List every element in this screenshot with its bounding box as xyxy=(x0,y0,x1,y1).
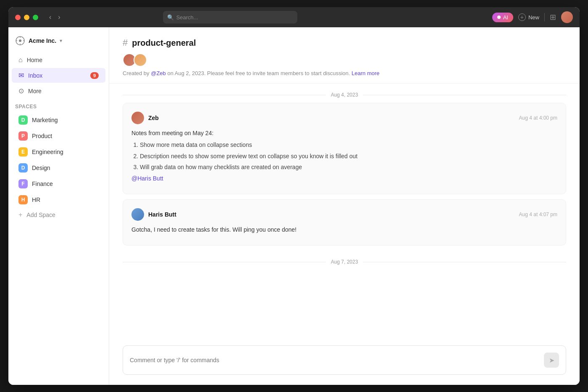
engineering-icon: E xyxy=(18,147,28,157)
zeb-message-body: Notes from meeting on May 24: Show more … xyxy=(131,128,557,183)
haris-name: Haris Butt xyxy=(148,211,176,218)
sidebar-item-home-label: Home xyxy=(27,57,42,63)
zeb-mention[interactable]: @Haris Butt xyxy=(131,175,163,182)
channel-header: # product-general Created by @Zeb on Aug… xyxy=(109,27,580,84)
ai-label: AI xyxy=(503,14,508,21)
minimize-button[interactable] xyxy=(24,15,29,20)
titlebar-right: AI + New ⊞ xyxy=(492,11,573,23)
date-line-right-2 xyxy=(363,262,566,262)
channel-name: product-general xyxy=(132,38,196,48)
sidebar-item-design[interactable]: D Design xyxy=(12,160,105,175)
date-line-left-2 xyxy=(123,262,326,262)
sidebar-item-engineering[interactable]: E Engineering xyxy=(12,144,105,159)
chevron-down-icon: ▾ xyxy=(60,38,62,44)
new-label: New xyxy=(528,14,539,21)
marketing-icon: D xyxy=(18,115,28,125)
channel-title: # product-general xyxy=(123,37,566,48)
message-header-haris: Haris Butt Aug 4 at 4:07 pm xyxy=(131,208,557,221)
window-controls xyxy=(15,15,38,20)
finance-icon: F xyxy=(18,179,28,188)
zeb-message-list: Show more meta data on collapse sections… xyxy=(131,140,557,172)
svg-point-1 xyxy=(19,39,21,42)
user-avatar[interactable] xyxy=(561,11,573,23)
date-divider-aug4: Aug 4, 2023 xyxy=(123,84,566,103)
haris-message-body: Gotcha, I need to create tasks for this.… xyxy=(131,225,557,234)
inbox-badge: 9 xyxy=(90,72,99,79)
search-input[interactable] xyxy=(176,14,293,21)
sidebar-item-inbox[interactable]: ✉ Inbox 9 xyxy=(12,68,105,83)
channel-desc-suffix: on Aug 2, 2023. Please feel free to invi… xyxy=(166,70,352,76)
sidebar-item-marketing[interactable]: D Marketing xyxy=(12,112,105,128)
sidebar-item-finance[interactable]: F Finance xyxy=(12,176,105,191)
channel-creator-link[interactable]: @Zeb xyxy=(151,70,166,76)
zeb-message-time: Aug 4 at 4:00 pm xyxy=(519,115,557,121)
content-area: # product-general Created by @Zeb on Aug… xyxy=(109,27,580,385)
search-bar[interactable]: 🔍 xyxy=(163,11,297,24)
channel-avatars xyxy=(123,53,566,67)
divider xyxy=(544,13,545,21)
sidebar-item-finance-label: Finance xyxy=(32,180,53,187)
back-arrow[interactable]: ‹ xyxy=(47,13,54,22)
design-icon: D xyxy=(18,163,28,172)
ai-button[interactable]: AI xyxy=(492,13,513,22)
app-window: ‹ › 🔍 AI + New ⊞ xyxy=(8,7,580,385)
message-author-zeb: Zeb xyxy=(131,112,159,124)
date-label-aug4: Aug 4, 2023 xyxy=(331,92,358,98)
close-button[interactable] xyxy=(15,15,21,20)
date-line-right xyxy=(363,95,566,95)
comment-box: ➤ xyxy=(123,345,566,375)
messages-area: Aug 4, 2023 Zeb Aug 4 at 4:00 pm Notes f… xyxy=(109,84,580,339)
zeb-avatar xyxy=(131,112,144,124)
date-label-aug7: Aug 7, 2023 xyxy=(331,259,358,265)
new-circle-icon: + xyxy=(518,13,526,21)
channel-description: Created by @Zeb on Aug 2, 2023. Please f… xyxy=(123,70,566,76)
zeb-message-intro: Notes from meeting on May 24: xyxy=(131,128,557,138)
zeb-name: Zeb xyxy=(148,115,159,121)
haris-message-text: Gotcha, I need to create tasks for this.… xyxy=(131,225,557,234)
sidebar-item-more-label: More xyxy=(28,88,42,94)
main-layout: Acme Inc. ▾ ⌂ Home ✉ Inbox 9 ⊙ More Spac… xyxy=(8,27,580,385)
sidebar-item-marketing-label: Marketing xyxy=(32,117,58,123)
search-icon: 🔍 xyxy=(167,14,174,21)
send-button[interactable]: ➤ xyxy=(544,353,559,368)
channel-member-avatar-2 xyxy=(134,53,147,67)
forward-arrow[interactable]: › xyxy=(55,13,63,22)
maximize-button[interactable] xyxy=(33,15,38,20)
sidebar-item-product-label: Product xyxy=(32,133,52,139)
sidebar-item-more[interactable]: ⊙ More xyxy=(12,84,105,98)
date-line-left xyxy=(123,95,326,95)
product-icon: P xyxy=(18,131,28,141)
send-icon: ➤ xyxy=(549,356,554,364)
more-icon: ⊙ xyxy=(18,87,24,95)
sidebar: Acme Inc. ▾ ⌂ Home ✉ Inbox 9 ⊙ More Spac… xyxy=(8,27,109,385)
titlebar: ‹ › 🔍 AI + New ⊞ xyxy=(8,7,580,27)
spaces-header: Spaces xyxy=(8,99,109,112)
nav-arrows: ‹ › xyxy=(47,13,63,22)
plus-icon: + xyxy=(18,211,22,219)
new-button[interactable]: + New xyxy=(518,13,539,21)
workspace-logo xyxy=(15,36,25,46)
sidebar-item-home[interactable]: ⌂ Home xyxy=(12,53,105,67)
workspace-header[interactable]: Acme Inc. ▾ xyxy=(8,34,109,52)
list-item: Show more meta data on collapse sections xyxy=(140,140,557,149)
sidebar-item-hr[interactable]: H HR xyxy=(12,192,105,207)
home-icon: ⌂ xyxy=(18,56,23,64)
date-divider-aug7: Aug 7, 2023 xyxy=(123,251,566,270)
learn-more-link[interactable]: Learn more xyxy=(352,70,379,76)
sidebar-item-engineering-label: Engineering xyxy=(32,149,63,155)
list-item: Description needs to show some preview t… xyxy=(140,152,557,161)
add-space-button[interactable]: + Add Space xyxy=(12,208,105,222)
hash-icon: # xyxy=(123,37,128,48)
grid-icon[interactable]: ⊞ xyxy=(550,13,556,22)
message-author-haris: Haris Butt xyxy=(131,208,176,221)
list-item: Will grab data on how many checklists ar… xyxy=(140,162,557,172)
inbox-icon: ✉ xyxy=(18,71,24,79)
add-space-label: Add Space xyxy=(26,212,55,218)
message-header-zeb: Zeb Aug 4 at 4:00 pm xyxy=(131,112,557,124)
hr-icon: H xyxy=(18,195,28,204)
sidebar-item-product[interactable]: P Product xyxy=(12,128,105,144)
comment-input[interactable] xyxy=(130,357,544,363)
sidebar-item-inbox-label: Inbox xyxy=(28,72,42,79)
workspace-name: Acme Inc. xyxy=(29,37,56,44)
message-card-haris: Haris Butt Aug 4 at 4:07 pm Gotcha, I ne… xyxy=(123,199,566,246)
